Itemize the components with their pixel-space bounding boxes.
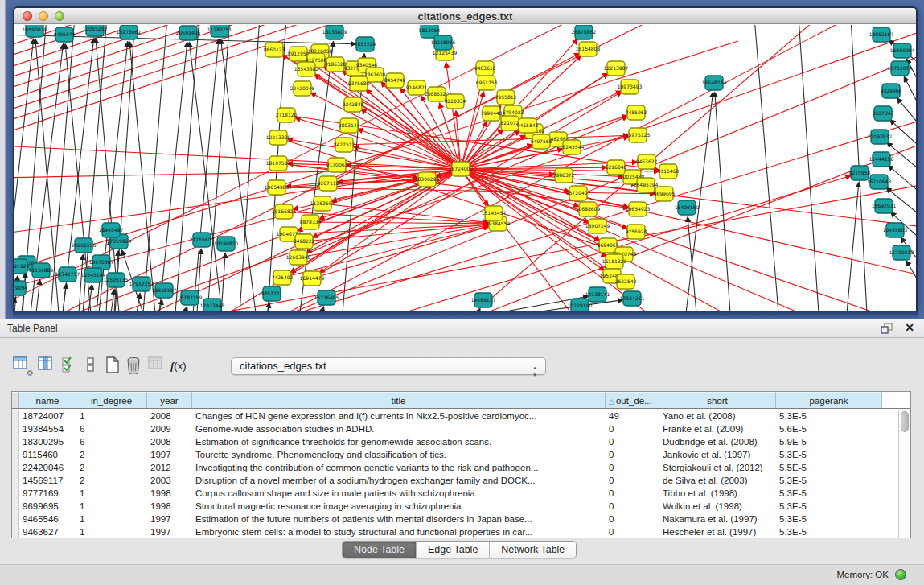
edge[interactable] [897,98,916,122]
edge[interactable] [79,255,83,311]
edge[interactable] [36,280,40,311]
node-label: 20206556 [72,242,97,248]
node-label: 16648784 [702,80,727,85]
column-header-year[interactable]: year [147,392,192,408]
table-row[interactable]: 969969511998Structural magnetic resonanc… [12,500,899,513]
tab-node-table[interactable]: Node Table [343,542,417,558]
selected-edge[interactable] [312,226,488,278]
selected-edge[interactable] [14,169,461,234]
show-columns-icon[interactable] [38,356,57,376]
node-label: 15751074 [888,65,913,71]
edge[interactable] [207,25,230,311]
table-panel-header: Table Panel ✕ [0,319,924,338]
node-label: 11156889 [29,267,54,273]
node-label: 9463610 [474,65,496,71]
new-column-icon[interactable] [105,356,124,376]
table-vertical-scrollbar[interactable] [898,410,910,538]
table-cell: 5.3E-5 [776,448,882,461]
node-label: 19166825 [272,208,297,214]
table-row[interactable]: 1456911722003Disruption of a novel membe… [12,474,899,487]
node-label: 8427512 [334,142,355,147]
delete-table-icon [148,356,167,376]
table-row[interactable]: 911546021997Tourette syndrome. Phenomeno… [12,448,899,461]
table-selector-value: citations_edges.txt [240,360,326,372]
edge[interactable] [221,39,256,311]
close-panel-icon[interactable]: ✕ [905,321,914,334]
column-header-pagerank[interactable]: pagerank [776,392,882,408]
table-cell: 1997 [147,513,192,525]
column-header-short[interactable]: short [659,392,776,408]
node-label: 9146821 [406,84,428,90]
edge[interactable] [890,120,916,144]
table-cell: 5.3E-5 [776,487,882,500]
column-header-out-degree[interactable]: △out_de... [606,392,659,408]
edge[interactable] [63,284,67,311]
network-desktop: citations_edges.txt 18724007183002951938… [0,0,924,319]
column-header-title[interactable]: title [192,392,606,408]
table-cell: 2 [76,474,147,487]
column-header-name[interactable]: name [19,392,76,408]
node-label: 21265603 [190,237,215,242]
node-label: 6794023 [503,109,524,115]
table-cell: Embryonic stem cells: a model to study s… [192,525,606,538]
edge[interactable] [159,43,187,311]
node-label: 16782759 [178,295,203,300]
table-cell: Structural magnetic resonance image aver… [192,500,606,513]
network-graph[interactable]: 1872400718300295193845548660123891295418… [14,25,916,311]
table-body[interactable]: 1872400712008Changes of HCN gene express… [12,410,899,538]
table-cell: 18300295 [19,435,76,448]
edge[interactable] [904,77,916,101]
table-selector-dropdown[interactable]: citations_edges.txt [231,357,546,375]
float-panel-icon[interactable] [881,323,893,334]
deselect-icon[interactable] [85,356,105,376]
table-row[interactable]: 946362711997Embryonic stem cells: a mode… [12,525,899,538]
table-cell: 6 [76,422,147,435]
table-cell: 9777169 [19,487,76,500]
table-cell: 5.3E-5 [776,525,882,538]
window-titlebar[interactable]: citations_edges.txt [14,8,916,24]
edge[interactable] [889,166,916,190]
table-row[interactable]: 1938455462009Genome-wide association stu… [12,422,899,435]
edge[interactable] [906,261,916,278]
table-header-row: name in_degree year title △out_de... sho… [12,392,910,409]
table-cell: 2008 [147,410,192,422]
node-label: 17334261 [620,295,645,301]
selected-edge[interactable] [298,225,488,257]
table-row[interactable]: 2242004622012Investigating the contribut… [12,461,899,474]
table-cell: Stergiakouli et al. (2012) [659,461,776,474]
function-icon[interactable]: f(x) [170,360,190,379]
node-label: 16033809 [322,29,347,35]
delete-column-icon[interactable] [125,356,145,376]
node-label: 12342757 [55,271,80,277]
table-row[interactable]: 1872400712008Changes of HCN gene express… [12,410,899,422]
selected-edge[interactable] [461,78,483,169]
edge[interactable] [754,25,778,311]
table-cell: 0 [606,422,659,435]
edge[interactable] [799,25,819,311]
table-mode-icon[interactable]: ⚙ [13,356,32,376]
table-cell: 0 [606,448,659,461]
table-cell: Investigating the contribution of common… [192,461,606,474]
node-label: 19218986 [431,39,456,45]
tab-network-table[interactable]: Network Table [490,542,576,558]
edge[interactable] [847,183,859,311]
table-row[interactable]: 946554611997Estimation of the future num… [12,513,899,525]
select-all-icon[interactable] [61,356,80,376]
side-gutter [0,0,6,319]
node-label: 10229190 [568,303,593,308]
network-view[interactable]: 1872400718300295193845548660123891295418… [14,25,916,311]
edge[interactable] [129,42,155,311]
selected-edge[interactable] [310,222,488,224]
table-row[interactable]: 1830029562008Estimation of significance … [12,435,899,448]
node-label: 12213399 [266,134,291,140]
column-header-in-degree[interactable]: in_degree [76,392,147,408]
table-row[interactable]: 977716911998Corpus callosum shape and si… [12,487,899,500]
node-label: 14569117 [471,297,496,303]
tab-edge-table[interactable]: Edge Table [417,542,490,558]
node-label: 10055257 [83,26,108,31]
memory-ok-indicator[interactable] [895,569,906,580]
selected-edge[interactable] [322,204,488,223]
scrollbar-thumb[interactable] [901,411,909,432]
edge[interactable] [193,39,219,311]
table-cell: 9463627 [19,525,76,538]
